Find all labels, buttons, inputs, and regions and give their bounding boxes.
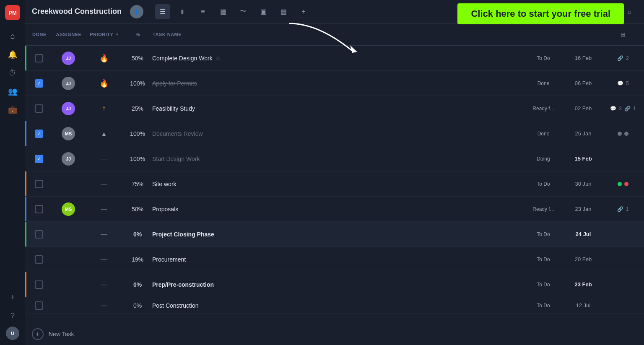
assignee-avatar: MS bbox=[62, 202, 75, 216]
task-pct: 100% bbox=[130, 80, 145, 87]
col-header-priority: PRIORITY ▼ bbox=[86, 32, 123, 37]
priority-icon: 🔥 bbox=[99, 54, 109, 63]
view-calendar-button[interactable]: ▣ bbox=[256, 4, 271, 19]
task-checkbox[interactable] bbox=[35, 54, 43, 62]
task-checkbox[interactable] bbox=[35, 155, 43, 163]
col-header-assignee: ASSIGNEE bbox=[52, 32, 86, 37]
columns-settings-button[interactable]: ⊞ bbox=[615, 27, 631, 42]
col-header-assignee-label: ASSIGNEE bbox=[56, 32, 82, 37]
view-chart-button[interactable]: 〜 bbox=[236, 4, 251, 19]
task-pct: 0% bbox=[133, 302, 142, 309]
task-extras bbox=[618, 132, 628, 136]
task-status: To Do bbox=[537, 303, 550, 309]
task-name[interactable]: Post Construction bbox=[152, 302, 199, 309]
view-align-button[interactable]: ≡ bbox=[195, 4, 210, 19]
assignee-avatar: JJ bbox=[62, 77, 75, 90]
task-name[interactable]: Proposals bbox=[152, 206, 178, 213]
table-row: — 75% Site work To Do 30 Jun bbox=[25, 171, 644, 197]
task-checkbox[interactable] bbox=[35, 301, 43, 310]
task-extras: 💬 5 bbox=[617, 80, 629, 86]
search-button[interactable]: ⌕ bbox=[622, 4, 637, 19]
task-status: To Do bbox=[537, 55, 550, 61]
view-gantt-button[interactable]: ⫼ bbox=[175, 4, 190, 19]
task-name[interactable]: Complete Design Work bbox=[152, 55, 213, 62]
task-checkbox[interactable] bbox=[35, 130, 43, 138]
link-count: 2 bbox=[626, 55, 629, 61]
task-date: 06 Feb bbox=[575, 80, 592, 86]
task-name[interactable]: Documents Review bbox=[152, 130, 203, 137]
table-row: JJ 🔥 100% Apply for Permits Done 06 Feb … bbox=[25, 71, 644, 96]
sidebar-item-people[interactable]: 👥 bbox=[5, 84, 20, 99]
sidebar-item-add[interactable]: + bbox=[5, 290, 20, 305]
task-checkbox[interactable] bbox=[35, 230, 43, 239]
task-checkbox[interactable] bbox=[35, 180, 43, 188]
comment-icon: 💬 bbox=[610, 106, 616, 112]
task-checkbox[interactable] bbox=[35, 205, 43, 213]
priority-icon: — bbox=[101, 180, 107, 188]
add-view-button[interactable]: + bbox=[296, 4, 311, 19]
table-row: MS ▲ 100% Documents Review Done 25 Jan bbox=[25, 121, 644, 146]
table-row: MS — 50% Proposals Ready f... 23 Jan 🔗 1 bbox=[25, 197, 644, 222]
task-date: 24 Jul bbox=[576, 231, 591, 237]
sidebar-item-help[interactable]: ? bbox=[5, 308, 20, 323]
project-avatar: 👤 bbox=[130, 5, 143, 18]
view-list-button[interactable]: ☰ bbox=[155, 4, 170, 19]
link-count: 1 bbox=[626, 206, 629, 212]
task-name[interactable]: Apply for Permits bbox=[152, 80, 197, 87]
task-date: 20 Feb bbox=[575, 256, 592, 262]
priority-icon: — bbox=[101, 205, 107, 213]
avatar[interactable]: U bbox=[6, 327, 19, 340]
task-date: 12 Jul bbox=[576, 302, 591, 309]
assignee-avatar: JJ bbox=[62, 102, 75, 115]
table-row: — 0% Project Closing Phase To Do 24 Jul bbox=[25, 222, 644, 247]
sidebar: PM ⌂ 🔔 ⏱ 👥 💼 + ? U bbox=[0, 0, 25, 345]
svg-marker-0 bbox=[350, 45, 357, 53]
assignee-avatar: JJ bbox=[62, 152, 75, 166]
task-name[interactable]: Feasibility Study bbox=[152, 105, 195, 112]
task-status: Done bbox=[538, 80, 550, 86]
sidebar-item-work[interactable]: 💼 bbox=[5, 102, 20, 117]
task-checkbox[interactable] bbox=[35, 280, 43, 289]
sidebar-item-notifications[interactable]: 🔔 bbox=[5, 47, 20, 62]
table-row: JJ ↑ 25% Feasibility Study Ready f... 02… bbox=[25, 96, 644, 121]
task-date: 25 Jan bbox=[575, 130, 591, 137]
task-name[interactable]: Start Design Work bbox=[152, 156, 200, 162]
task-checkbox[interactable] bbox=[35, 79, 43, 88]
task-status: Ready f... bbox=[532, 206, 554, 212]
app-logo[interactable]: PM bbox=[5, 5, 20, 20]
task-checkbox[interactable] bbox=[35, 255, 43, 264]
task-checkbox[interactable] bbox=[35, 104, 43, 113]
assignee-avatar: JJ bbox=[62, 52, 75, 65]
task-status: To Do bbox=[537, 231, 550, 237]
sidebar-item-home[interactable]: ⌂ bbox=[5, 29, 20, 44]
priority-icon: 🔥 bbox=[99, 79, 109, 88]
project-title: Creekwood Construction bbox=[32, 7, 122, 16]
sidebar-item-time[interactable]: ⏱ bbox=[5, 65, 20, 80]
task-status: To Do bbox=[537, 282, 550, 288]
task-status: Done bbox=[538, 131, 550, 137]
task-pct: 100% bbox=[130, 156, 145, 162]
view-doc-button[interactable]: ▤ bbox=[276, 4, 291, 19]
add-task-button[interactable]: + bbox=[32, 328, 44, 340]
status-dot bbox=[618, 182, 622, 186]
task-name[interactable]: Prep/Pre-construction bbox=[152, 281, 214, 288]
col-header-done: DONE bbox=[27, 32, 52, 37]
task-pct: 0% bbox=[133, 231, 142, 238]
task-extras: 🔗 2 bbox=[617, 55, 629, 61]
task-status: To Do bbox=[537, 257, 550, 262]
priority-icon: ▲ bbox=[101, 130, 107, 137]
task-date: 30 Jun bbox=[575, 181, 591, 187]
task-pct: 50% bbox=[132, 206, 143, 213]
cta-banner[interactable]: Click here to start your free trial bbox=[457, 3, 624, 24]
priority-icon: ↑ bbox=[102, 104, 106, 113]
task-pct: 50% bbox=[132, 55, 143, 62]
task-name[interactable]: Project Closing Phase bbox=[152, 231, 214, 238]
task-pct: 19% bbox=[132, 256, 143, 263]
view-board-button[interactable]: ▦ bbox=[216, 4, 231, 19]
task-pct: 75% bbox=[132, 181, 143, 187]
col-header-done-label: DONE bbox=[32, 32, 47, 37]
task-name[interactable]: Site work bbox=[152, 181, 177, 187]
col-header-pct: % bbox=[123, 32, 153, 37]
assignee-avatar: MS bbox=[62, 127, 75, 140]
task-name[interactable]: Procurement bbox=[152, 256, 186, 263]
